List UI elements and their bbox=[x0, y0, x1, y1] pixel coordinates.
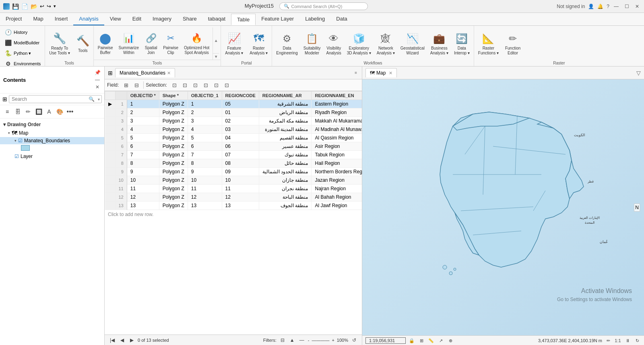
suitability-modeler-btn[interactable]: 📋 SuitabilityModeler bbox=[301, 31, 323, 56]
selection-btn4[interactable]: ⊡ bbox=[201, 81, 211, 89]
manateq-check[interactable]: ☑ bbox=[18, 138, 23, 143]
customize-quick-access[interactable]: ▾ bbox=[54, 4, 56, 9]
tab-table[interactable]: Table bbox=[231, 14, 256, 25]
rotate-btn[interactable]: ↻ bbox=[634, 337, 641, 344]
spatial-join-btn[interactable]: 🔗 SpatialJoin bbox=[142, 31, 160, 56]
zoom-minus[interactable]: - bbox=[308, 338, 310, 343]
network-analysis-btn[interactable]: 🕸 NetworkAnalysis ▾ bbox=[374, 31, 397, 56]
modelbuilder-btn[interactable]: ⬛ ModelBuilder bbox=[2, 38, 42, 48]
first-record-btn[interactable]: |◀ bbox=[109, 337, 116, 344]
close-btn[interactable]: ✕ bbox=[634, 3, 641, 10]
data-interop-btn[interactable]: 🔄 DataInterop ▾ bbox=[452, 31, 472, 56]
command-search-bar[interactable]: 🔍 Command Search (Alt+Q) bbox=[279, 2, 368, 10]
table-row[interactable]: 4 4 Polygon Z 4 03 منطقة المدينة المنورة… bbox=[105, 125, 362, 134]
col-objectid[interactable]: OBJECTID * bbox=[127, 91, 159, 100]
quick-access-redo[interactable]: ↪ bbox=[47, 3, 51, 9]
layers-btn[interactable]: ≡ bbox=[2, 107, 12, 116]
selection-btn2[interactable]: ⊡ bbox=[180, 81, 190, 89]
history-btn[interactable]: 🕐 History bbox=[2, 27, 42, 37]
tab-view[interactable]: View bbox=[104, 13, 127, 25]
tab-labeling[interactable]: Labeling bbox=[299, 13, 330, 25]
python-btn[interactable]: 🐍 Python ▾ bbox=[2, 48, 42, 58]
tab-insert[interactable]: Insert bbox=[49, 13, 74, 25]
map-tab[interactable]: 🗺 Map ✕ bbox=[365, 68, 397, 77]
tab-data[interactable]: Data bbox=[330, 13, 353, 25]
filter-up-btn[interactable]: ▲ bbox=[289, 337, 296, 344]
user-icon[interactable]: 👤 bbox=[588, 4, 594, 9]
ready-to-use-tools-btn[interactable]: 🔧 Ready ToUse Tools ▾ bbox=[47, 31, 72, 56]
table-row[interactable]: 5 5 Polygon Z 5 04 منطقة القصيم Al Qassi… bbox=[105, 134, 362, 142]
pairwise-buffer-btn[interactable]: ⬤ PairwiseBuffer bbox=[95, 31, 116, 56]
table-tab[interactable]: Manateq_Boundaries ✕ bbox=[115, 68, 175, 77]
search-input[interactable] bbox=[9, 96, 87, 103]
table-row[interactable]: 8 8 Polygon Z 8 08 منطقة حائل Hail Regio… bbox=[105, 159, 362, 168]
filter-icon-btn[interactable]: ⊟ bbox=[279, 337, 286, 344]
summarize-within-btn[interactable]: 📊 SummarizeWithin bbox=[116, 31, 142, 56]
pause-btn[interactable]: ⏸ bbox=[624, 337, 631, 344]
expand-arrow[interactable]: ▲ ▼ bbox=[213, 27, 219, 60]
tab-feature-layer[interactable]: Feature Layer bbox=[256, 13, 299, 25]
selection-btn1[interactable]: ⊡ bbox=[169, 81, 179, 89]
filter-icon[interactable]: ⊞ bbox=[2, 96, 7, 102]
edit-btn[interactable]: ✏ bbox=[23, 107, 33, 116]
tree-item-layer[interactable]: ☑ Layer bbox=[0, 153, 104, 160]
map-panel-minimize[interactable]: ▽ bbox=[636, 70, 641, 76]
style-btn[interactable]: 🎨 bbox=[55, 107, 64, 116]
table-row[interactable]: 10 10 Polygon Z 10 10 منطقة جازان Jazan … bbox=[105, 176, 362, 185]
add-row-prompt[interactable]: Click to add new row. bbox=[105, 210, 362, 219]
minimize-btn[interactable]: — bbox=[613, 3, 620, 10]
function-editor-btn[interactable]: ✏ FunctionEditor bbox=[503, 31, 523, 56]
raster-functions-btn[interactable]: 📐 RasterFunctions ▾ bbox=[476, 31, 501, 56]
prev-record-btn[interactable]: ◀ bbox=[118, 337, 126, 344]
table-row[interactable]: 3 3 Polygon Z 3 02 منطقة مكة المكرمة Mak… bbox=[105, 117, 362, 125]
col-regionname-en[interactable]: REGIONNAME_EN bbox=[312, 91, 362, 100]
tab-map[interactable]: Map bbox=[27, 13, 49, 25]
location-btn[interactable]: ⊕ bbox=[447, 337, 454, 344]
table-row[interactable]: 13 13 Polygon Z 13 13 منطقة الجوف Al Jaw… bbox=[105, 202, 362, 210]
table-row[interactable]: 6 6 Polygon Z 6 06 منطقة عسير Asir Regio… bbox=[105, 142, 362, 151]
table-menu-icon[interactable]: ≡ bbox=[353, 71, 359, 75]
tools-btn[interactable]: 🔨 Tools bbox=[74, 34, 92, 54]
map-tab-close[interactable]: ✕ bbox=[389, 71, 392, 76]
snap-btn[interactable]: 🔲 bbox=[34, 107, 43, 116]
layer-check[interactable]: ☑ bbox=[14, 154, 19, 159]
geostatistical-wizard-btn[interactable]: 📉 GeostatisticalWizard bbox=[398, 31, 427, 56]
basemap-btn[interactable]: 🗄 bbox=[13, 107, 23, 116]
selection-btn3[interactable]: ⊡ bbox=[190, 81, 200, 89]
zoom-slider-area[interactable]: ———— bbox=[312, 338, 329, 343]
filter-down-btn[interactable]: — bbox=[298, 337, 305, 344]
tab-share[interactable]: Share bbox=[177, 13, 202, 25]
tree-item-map[interactable]: ▾ 🗺 Map bbox=[0, 129, 104, 137]
table-row[interactable]: 7 7 Polygon Z 7 07 منطقة تبوك Tabuk Regi… bbox=[105, 151, 362, 159]
selection-btn6[interactable]: ⊡ bbox=[222, 81, 231, 89]
refresh-btn[interactable]: ↺ bbox=[351, 337, 358, 344]
grid-btn[interactable]: ⊞ bbox=[418, 337, 425, 344]
feature-analysis-btn[interactable]: 📈 FeatureAnalysis ▾ bbox=[223, 31, 246, 56]
map-north-btn[interactable]: N bbox=[634, 204, 640, 212]
search-dropdown-icon[interactable]: ▾ bbox=[96, 96, 101, 102]
exploratory-3d-btn[interactable]: 🧊 Exploratory3D Analysis ▾ bbox=[345, 31, 374, 56]
tree-item-manateq[interactable]: ▾ ☑ Manateq_Boundaries bbox=[0, 137, 104, 144]
scale-lock-btn[interactable]: 🔒 bbox=[408, 337, 415, 344]
tab-tabaqat[interactable]: tabaqat bbox=[202, 13, 231, 25]
col-regioncode[interactable]: REGIONCODE bbox=[222, 91, 259, 100]
drawing-order-arrow[interactable]: ▾ bbox=[3, 122, 6, 127]
contents-pin-btn[interactable]: 📌 bbox=[94, 69, 101, 76]
nav-btn[interactable]: ↗ bbox=[437, 337, 444, 344]
measure-btn[interactable]: 📏 bbox=[427, 337, 435, 344]
tab-analysis[interactable]: Analysis bbox=[73, 13, 104, 25]
business-analysis-btn[interactable]: 💼 BusinessAnalysis ▾ bbox=[428, 31, 451, 56]
raster-analysis-btn[interactable]: 🗺 RasterAnalysis ▾ bbox=[247, 31, 270, 56]
contents-minimize-btn[interactable]: — bbox=[94, 76, 101, 83]
col-shape[interactable]: Shape * bbox=[159, 91, 188, 100]
visibility-analysis-btn[interactable]: 👁 VisibilityAnalysis bbox=[324, 31, 344, 56]
quick-access-new[interactable]: 📄 bbox=[21, 3, 28, 10]
label-btn[interactable]: A bbox=[44, 107, 54, 116]
table-row[interactable]: ▶ 1 1 Polygon Z 1 05 منطقة الشرقية Easte… bbox=[105, 100, 362, 108]
map-view[interactable]: الكويت قطر الإمارات العربية المتحدة عُما… bbox=[362, 79, 644, 335]
edit-btn2[interactable]: ✏ bbox=[605, 337, 612, 344]
table-row[interactable]: 9 9 Polygon Z 9 09 منطقة الحدود الشمالية… bbox=[105, 168, 362, 176]
play-btn[interactable]: ▶ bbox=[128, 337, 135, 344]
zoom-plus[interactable]: + bbox=[332, 338, 334, 343]
help-icon[interactable]: ? bbox=[607, 4, 609, 9]
